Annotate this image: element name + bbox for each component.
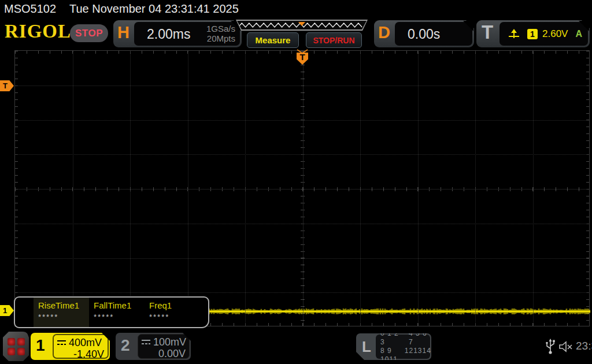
measurement-falltime[interactable]: FallTime1 ***** xyxy=(89,298,145,327)
channel2-number: 2 xyxy=(121,336,130,355)
channel1-number: 1 xyxy=(36,336,45,355)
run-state-badge[interactable]: STOP xyxy=(70,24,108,42)
timebase-value: 2.00ms xyxy=(147,27,190,42)
horizontal-settings[interactable]: H 2.00ms 1GSa/s 20Mpts xyxy=(113,20,242,47)
logic-digits: 4 5 6 7 xyxy=(409,329,430,347)
menu-button[interactable] xyxy=(3,332,29,361)
logic-digits: 8 9 1011 xyxy=(380,347,398,364)
stop-run-button[interactable]: STOP/RUN xyxy=(306,32,362,48)
trigger-level-marker[interactable]: T xyxy=(0,80,14,91)
channel1-level-marker[interactable]: 1 xyxy=(0,305,14,316)
measurement-label: FallTime1 xyxy=(94,300,145,310)
channel2-block[interactable]: 2 100mV 0.00V xyxy=(116,333,191,360)
trigger-settings[interactable]: T 1 2.60V A xyxy=(476,20,590,47)
trigger-label: T xyxy=(482,21,493,43)
header-bar: RIGOL STOP H 2.00ms 1GSa/s 20Mpts Measur… xyxy=(0,17,592,49)
trigger-position-flag: T xyxy=(297,53,308,65)
measurement-value: ***** xyxy=(149,313,200,321)
memory-depth: 20Mpts xyxy=(207,34,235,43)
channel1-offset: -1.40V xyxy=(57,348,104,360)
measurement-overlay[interactable]: RiseTime1 ***** FallTime1 ***** Freq1 **… xyxy=(14,296,209,328)
logic-digits: 0 1 2 3 xyxy=(380,329,402,347)
app-grid-icon xyxy=(8,338,25,355)
measurement-value: ***** xyxy=(94,313,145,321)
dc-coupling-icon xyxy=(57,339,66,346)
measurement-freq[interactable]: Freq1 ***** xyxy=(145,298,200,327)
trigger-source-badge: 1 xyxy=(527,29,538,39)
channel1-scale: 400mV xyxy=(69,337,102,348)
model-name: MSO5102 xyxy=(4,2,56,16)
datetime: Tue November 04 23:31:41 2025 xyxy=(69,2,239,16)
trigger-level-value: 2.60V xyxy=(542,28,568,40)
horizontal-label: H xyxy=(117,23,130,42)
measurement-label: Freq1 xyxy=(149,300,200,310)
measure-button[interactable]: Measure xyxy=(247,32,299,48)
delay-value: 0.00s xyxy=(408,27,440,42)
trigger-position-indicator-icon xyxy=(298,22,305,26)
channel1-block[interactable]: 1 400mV -1.40V xyxy=(31,333,110,360)
measurement-label: RiseTime1 xyxy=(38,300,89,310)
measurement-value: ***** xyxy=(38,313,89,321)
graticule xyxy=(14,50,590,326)
delay-settings[interactable]: D 0.00s xyxy=(374,20,474,47)
logic-channels-block[interactable]: L 0 1 2 3 4 5 6 7 8 9 1011 12131415 xyxy=(356,333,431,360)
usb-icon xyxy=(545,338,556,355)
mute-speaker-icon xyxy=(558,341,574,352)
status-bar: MSO5102 Tue November 04 23:31:41 2025 xyxy=(0,0,592,17)
logic-label: L xyxy=(362,338,371,356)
trigger-slope-icon xyxy=(508,28,520,40)
trigger-position-marker[interactable]: T xyxy=(296,49,309,65)
logic-digits: 12131415 xyxy=(405,347,440,364)
delay-label: D xyxy=(378,23,390,42)
clock-time: 23:31 xyxy=(576,340,592,352)
waveform-overview-strip[interactable] xyxy=(236,20,368,31)
measurement-risetime[interactable]: RiseTime1 ***** xyxy=(34,298,89,327)
channel2-offset: 0.00V xyxy=(141,348,186,359)
dc-coupling-icon xyxy=(141,339,151,346)
rigol-logo: RIGOL xyxy=(5,21,71,42)
